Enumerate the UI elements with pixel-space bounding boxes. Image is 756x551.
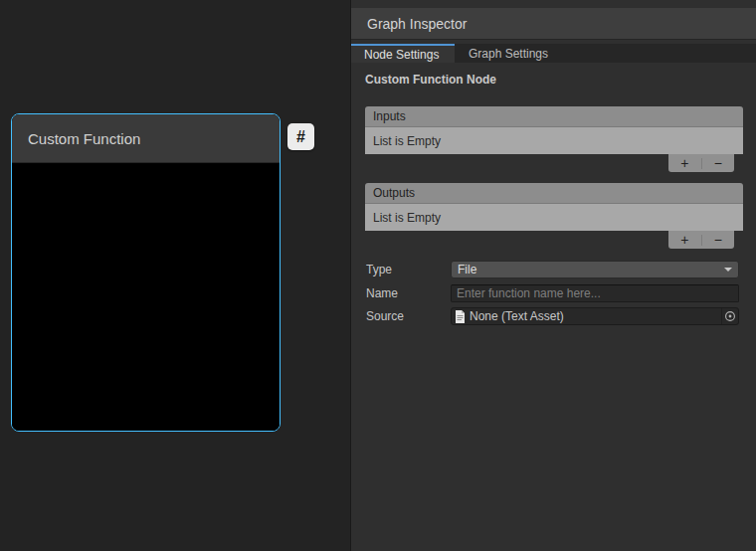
source-value: None (Text Asset) xyxy=(470,308,721,324)
inputs-empty-text: List is Empty xyxy=(373,134,441,148)
outputs-list: Outputs List is Empty + − xyxy=(365,183,743,249)
inputs-list-footer: + − xyxy=(668,154,734,172)
inputs-list-header: Inputs xyxy=(365,106,743,127)
type-field-row: Type File xyxy=(365,261,743,278)
name-label: Name xyxy=(366,284,398,302)
graph-inspector-panel: Graph Inspector Node Settings Graph Sett… xyxy=(350,0,756,551)
type-label: Type xyxy=(366,261,392,278)
inputs-remove-button[interactable]: − xyxy=(702,155,735,171)
hash-badge[interactable]: # xyxy=(287,123,314,150)
inspector-title: Graph Inspector xyxy=(367,16,467,32)
outputs-empty-text: List is Empty xyxy=(373,211,441,225)
outputs-list-header: Outputs xyxy=(365,183,743,204)
custom-function-node[interactable]: Custom Function xyxy=(11,113,281,432)
tab-node-settings-label: Node Settings xyxy=(364,48,439,62)
node-title: Custom Function xyxy=(28,130,140,147)
source-field-row: Source None (Text Asset) xyxy=(365,307,743,325)
chevron-down-icon xyxy=(724,268,732,272)
inputs-list-title: Inputs xyxy=(373,109,406,123)
outputs-list-footer: + − xyxy=(668,231,734,249)
type-dropdown-value: File xyxy=(458,263,724,276)
name-field-row: Name xyxy=(365,284,743,302)
outputs-add-button[interactable]: + xyxy=(668,232,701,248)
node-preview-area xyxy=(12,164,280,431)
source-object-field[interactable]: None (Text Asset) xyxy=(451,307,739,325)
inspector-header[interactable]: Graph Inspector xyxy=(351,8,756,40)
text-asset-icon xyxy=(455,310,466,323)
shader-graph-window: Custom Function # Graph Inspector Node S… xyxy=(0,0,756,551)
function-name-input[interactable] xyxy=(451,284,739,302)
inspector-tab-bar: Node Settings Graph Settings xyxy=(351,44,756,63)
inputs-empty-row[interactable]: List is Empty xyxy=(365,127,743,154)
node-header[interactable]: Custom Function xyxy=(12,114,280,163)
outputs-list-title: Outputs xyxy=(373,186,415,200)
source-label: Source xyxy=(366,307,404,325)
inputs-list: Inputs List is Empty + − xyxy=(365,106,743,172)
tab-node-settings[interactable]: Node Settings xyxy=(351,44,455,63)
object-picker-icon[interactable] xyxy=(721,308,738,324)
section-title: Custom Function Node xyxy=(365,73,496,87)
outputs-empty-row[interactable]: List is Empty xyxy=(365,204,743,231)
inputs-add-button[interactable]: + xyxy=(668,155,701,171)
hash-icon: # xyxy=(296,128,305,146)
type-dropdown[interactable]: File xyxy=(451,261,739,278)
tab-graph-settings[interactable]: Graph Settings xyxy=(455,44,568,63)
outputs-remove-button[interactable]: − xyxy=(702,232,735,248)
tab-strip: Graph Settings xyxy=(455,44,756,63)
tab-graph-settings-label: Graph Settings xyxy=(469,47,548,61)
